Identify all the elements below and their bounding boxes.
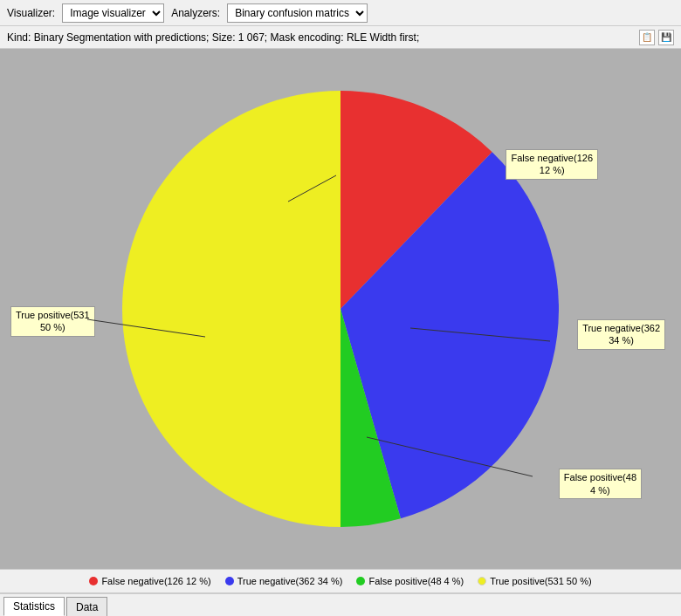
legend-item-false-positive: False positive(48 4 %) (356, 576, 464, 586)
tab-statistics[interactable]: Statistics (3, 597, 65, 616)
main-content: Kind: Binary Segmentation with predictio… (0, 26, 681, 616)
legend-dot-true-negative (225, 577, 234, 585)
visualizer-select[interactable]: Image visualizer (62, 3, 164, 23)
segment-true-positive (122, 91, 340, 527)
visualizer-label: Visualizer: (7, 7, 55, 19)
save-icon[interactable]: 💾 (658, 30, 674, 45)
label-true-positive: True positive(531 50 %) (10, 306, 95, 337)
tab-data[interactable]: Data (66, 597, 107, 616)
legend-label-false-negative: False negative(126 12 %) (101, 576, 210, 586)
legend-item-false-negative: False negative(126 12 %) (89, 576, 210, 586)
legend-label-true-positive: True positive(531 50 %) (490, 576, 591, 586)
legend-label-true-negative: True negative(362 34 %) (237, 576, 343, 586)
legend-item-true-negative: True negative(362 34 %) (225, 576, 343, 586)
chart-svg-area: False negative(126 12 %) True negative(3… (0, 49, 681, 569)
legend-dot-false-negative (89, 577, 98, 585)
legend-label-false-positive: False positive(48 4 %) (368, 576, 464, 586)
legend-item-true-positive: True positive(531 50 %) (478, 576, 591, 586)
tabs: Statistics Data (0, 593, 681, 616)
chart-wrapper: False negative(126 12 %) True negative(3… (0, 49, 681, 593)
label-false-positive: False positive(48 4 %) (559, 469, 642, 499)
analyzers-label: Analyzers: (171, 7, 220, 19)
legend-dot-false-positive (356, 577, 365, 585)
label-true-negative: True negative(362 34 %) (577, 319, 665, 350)
info-bar-text: Kind: Binary Segmentation with predictio… (7, 31, 419, 44)
info-bar: Kind: Binary Segmentation with predictio… (0, 26, 681, 49)
copy-icon[interactable]: 📋 (639, 30, 655, 45)
legend-dot-true-positive (478, 577, 486, 585)
pie-chart (122, 91, 559, 527)
legend: False negative(126 12 %) True negative(3… (0, 569, 681, 593)
toolbar: Visualizer: Image visualizer Analyzers: … (0, 0, 681, 26)
analyzers-select[interactable]: Binary confusion matrics (227, 3, 368, 23)
info-bar-icons: 📋 💾 (639, 30, 674, 45)
